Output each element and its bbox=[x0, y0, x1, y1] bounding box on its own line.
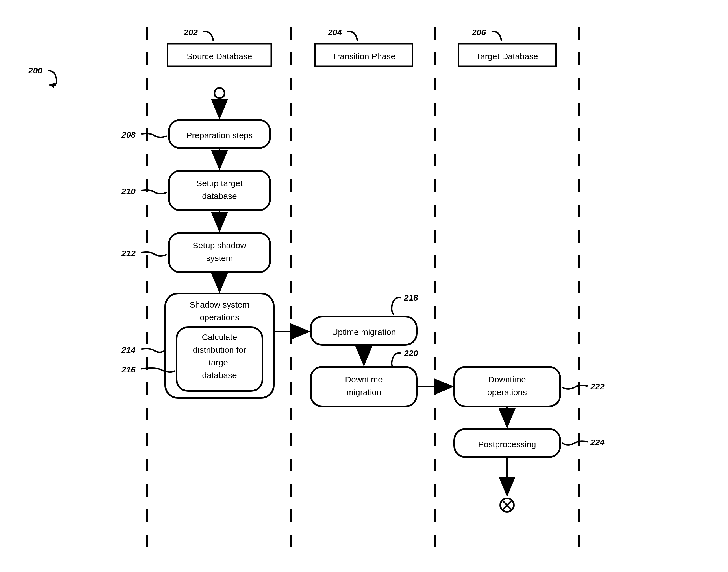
node-downtime-mig bbox=[311, 367, 417, 406]
node-uptime-label: Uptime migration bbox=[332, 327, 396, 337]
svg-marker-1 bbox=[49, 82, 55, 88]
ref-208: 208 bbox=[121, 130, 136, 139]
node-downtime-mig-l1: Downtime bbox=[345, 375, 382, 384]
node-shadow-ops-l2: operations bbox=[200, 313, 239, 322]
node-calc-dist-l1: Calculate bbox=[202, 333, 237, 342]
start-node bbox=[215, 88, 225, 98]
ref-222: 222 bbox=[590, 382, 605, 391]
node-prep-label: Preparation steps bbox=[186, 131, 252, 140]
ref-216: 216 bbox=[121, 365, 136, 374]
ref-206: 206 bbox=[472, 28, 486, 37]
ref-leader bbox=[392, 297, 401, 315]
ref-leader bbox=[141, 190, 167, 194]
ref-218: 218 bbox=[404, 293, 418, 302]
ref-leader bbox=[392, 353, 401, 367]
lane-header-transition-label: Transition Phase bbox=[332, 52, 396, 61]
ref-224: 224 bbox=[590, 438, 605, 447]
lane-header-target-label: Target Database bbox=[476, 52, 538, 61]
node-downtime-ops-l2: operations bbox=[487, 387, 527, 397]
ref-200: 200 bbox=[28, 66, 42, 75]
node-setup-target bbox=[169, 171, 270, 210]
ref-leader bbox=[348, 31, 357, 41]
node-downtime-mig-l2: migration bbox=[346, 387, 381, 397]
lane-header-source-label: Source Database bbox=[187, 52, 252, 61]
ref-leader-arrow bbox=[48, 71, 57, 85]
node-postproc-label: Postprocessing bbox=[478, 440, 536, 449]
node-setup-shadow bbox=[169, 233, 270, 272]
ref-leader bbox=[141, 134, 167, 137]
ref-202: 202 bbox=[183, 28, 198, 37]
ref-leader bbox=[203, 31, 213, 41]
ref-204: 204 bbox=[327, 28, 342, 37]
node-setup-shadow-l2: system bbox=[206, 254, 233, 263]
ref-leader bbox=[562, 441, 588, 445]
node-shadow-ops-l1: Shadow system bbox=[190, 300, 249, 309]
node-setup-target-l2: database bbox=[202, 191, 237, 201]
ref-leader bbox=[141, 252, 167, 256]
ref-220: 220 bbox=[404, 349, 418, 358]
ref-leader bbox=[492, 31, 501, 41]
node-setup-shadow-l1: Setup shadow bbox=[193, 241, 246, 250]
ref-212: 212 bbox=[121, 248, 136, 258]
ref-leader bbox=[141, 349, 164, 352]
ref-leader bbox=[562, 385, 588, 389]
ref-214: 214 bbox=[121, 345, 136, 354]
flowchart-diagram: Source Database Transition Phase Target … bbox=[0, 0, 728, 572]
node-calc-dist-l3: target bbox=[209, 358, 231, 367]
node-downtime-ops bbox=[454, 367, 560, 406]
ref-210: 210 bbox=[121, 187, 136, 196]
node-downtime-ops-l1: Downtime bbox=[488, 375, 526, 384]
node-calc-dist-l4: database bbox=[202, 370, 237, 380]
node-calc-dist-l2: distribution for bbox=[193, 345, 246, 354]
node-setup-target-l1: Setup target bbox=[196, 178, 243, 188]
